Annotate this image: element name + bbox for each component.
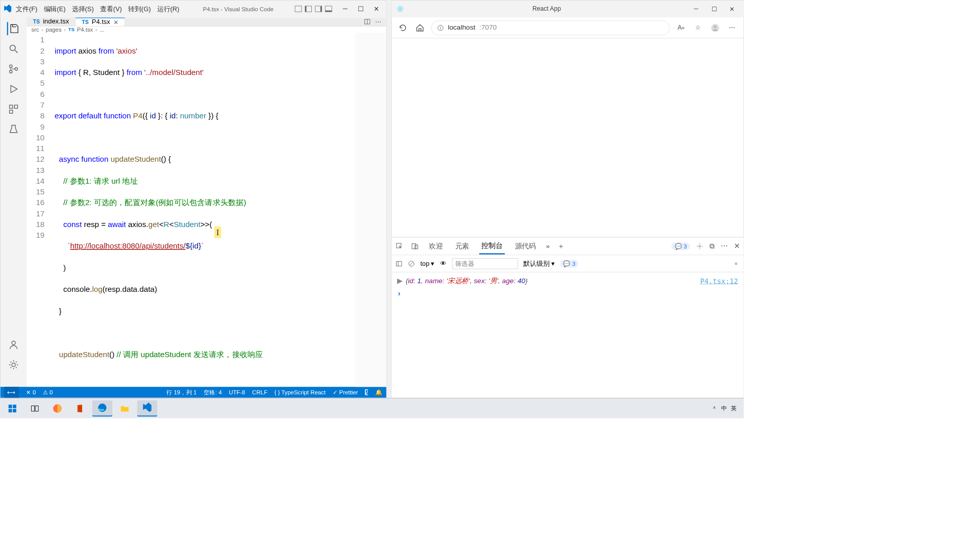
add-tab-icon[interactable]: ＋ xyxy=(557,241,565,251)
svg-rect-23 xyxy=(415,245,418,249)
menu-select[interactable]: 选择(S) xyxy=(69,3,96,15)
home-icon[interactable] xyxy=(414,22,426,34)
code-content[interactable]: import axios from 'axios' import { R, St… xyxy=(52,33,386,387)
live-expression-icon[interactable]: 👁 xyxy=(440,260,447,267)
cursor-position[interactable]: 行 19，列 1 xyxy=(166,389,197,396)
firefox-icon[interactable] xyxy=(47,400,67,416)
line-gutter: 12345678910111213141516171819 xyxy=(27,33,52,387)
console-log-line[interactable]: ▶ {id: 1, name: '宋远桥', sex: '男', age: 40… xyxy=(397,274,738,287)
address-bar[interactable]: localhost:7070 xyxy=(431,20,670,35)
minimap[interactable] xyxy=(355,33,386,387)
more-tabs-icon[interactable]: » xyxy=(546,242,550,250)
tray-chevron-icon[interactable]: ＾ xyxy=(712,405,717,412)
issues-badge-2[interactable]: 💬 3 xyxy=(560,260,578,267)
menu-view[interactable]: 查看(V) xyxy=(97,3,124,15)
svg-line-1 xyxy=(15,50,17,53)
favorites-icon[interactable]: ☆ xyxy=(692,22,704,34)
maximize-button[interactable]: ☐ xyxy=(354,4,368,14)
more-actions-icon[interactable]: ⋯ xyxy=(375,18,381,25)
remote-indicator[interactable]: ⟷ xyxy=(4,387,19,397)
context-dropdown[interactable]: top ▾ xyxy=(421,260,435,268)
tab-console[interactable]: 控制台 xyxy=(479,238,505,255)
prettier-status[interactable]: ✓ Prettier xyxy=(333,389,358,396)
layout-toggles[interactable] xyxy=(295,6,332,12)
devtools-settings-icon[interactable] xyxy=(696,243,703,250)
source-control-icon[interactable] xyxy=(7,62,20,76)
ts-file-icon: TS xyxy=(82,19,89,25)
tab-welcome[interactable]: 欢迎 xyxy=(427,238,445,254)
console-settings-icon[interactable] xyxy=(732,260,740,267)
menu-goto[interactable]: 转到(G) xyxy=(126,3,153,15)
source-link[interactable]: P4.tsx:12 xyxy=(700,277,738,285)
vscode-logo-icon xyxy=(4,5,12,13)
search-icon[interactable] xyxy=(7,42,20,56)
minimize-button[interactable]: ─ xyxy=(689,4,703,14)
refresh-icon[interactable] xyxy=(397,22,409,34)
inspect-icon[interactable] xyxy=(396,242,403,250)
bell-icon[interactable]: 🔔 xyxy=(375,389,382,396)
menu-edit[interactable]: 编辑(E) xyxy=(41,3,68,15)
reader-icon[interactable]: A» xyxy=(675,22,687,34)
office-icon[interactable] xyxy=(70,400,90,416)
profile-icon[interactable] xyxy=(709,22,721,34)
close-devtools-icon[interactable]: ✕ xyxy=(734,242,740,251)
eol[interactable]: CRLF xyxy=(252,389,267,395)
task-view-icon[interactable] xyxy=(25,400,45,416)
close-tab-icon[interactable]: ✕ xyxy=(113,18,118,26)
console-prompt-icon[interactable]: › xyxy=(397,289,401,297)
log-level-dropdown[interactable]: 默认级别 ▾ xyxy=(523,259,554,268)
vscode-taskbar-icon[interactable] xyxy=(137,400,157,416)
expand-icon[interactable]: ▶ xyxy=(397,277,403,285)
file-explorer-icon[interactable] xyxy=(115,400,135,416)
console-output[interactable]: ▶ {id: 1, name: '宋远桥', sex: '男', age: 40… xyxy=(391,272,743,398)
tab-label: index.tsx xyxy=(43,18,69,26)
encoding[interactable]: UTF-8 xyxy=(229,389,245,395)
close-button[interactable]: ✕ xyxy=(369,4,383,14)
error-count[interactable]: ✕ 0 xyxy=(26,389,36,396)
issues-badge[interactable]: 💬 3 xyxy=(672,242,690,250)
minimize-button[interactable]: ─ xyxy=(338,4,352,14)
settings-icon[interactable] xyxy=(7,358,20,371)
feedback-icon[interactable]: 🯁 xyxy=(365,389,368,395)
chevron-right-icon: › xyxy=(95,27,97,33)
maximize-button[interactable]: ☐ xyxy=(707,4,721,14)
extensions-icon[interactable] xyxy=(7,103,20,116)
menu-file[interactable]: 文件(F) xyxy=(14,3,40,15)
warning-count[interactable]: ⚠ 0 xyxy=(43,389,53,396)
ime-indicator-2[interactable]: 英 xyxy=(731,405,737,412)
run-debug-icon[interactable] xyxy=(7,83,20,96)
tab-p4-tsx[interactable]: TS P4.tsx ✕ xyxy=(76,17,125,26)
filter-input[interactable] xyxy=(452,258,518,269)
devtools-more-icon[interactable]: ⋯ xyxy=(721,242,728,251)
svg-rect-35 xyxy=(35,406,38,411)
crumb-pages[interactable]: pages xyxy=(46,27,62,33)
start-button[interactable] xyxy=(3,400,22,416)
crumb-src[interactable]: src xyxy=(31,27,39,33)
ime-indicator-1[interactable]: 中 xyxy=(721,405,727,412)
sidebar-toggle-icon[interactable] xyxy=(396,260,403,267)
info-icon[interactable] xyxy=(437,24,444,31)
chevron-right-icon: › xyxy=(41,27,43,33)
dock-icon[interactable]: ⧉ xyxy=(709,242,715,250)
tab-sources[interactable]: 源代码 xyxy=(512,238,538,254)
explorer-icon[interactable] xyxy=(7,22,20,35)
language-mode[interactable]: { } TypeScript React xyxy=(275,389,326,395)
crumb-file[interactable]: P4.tsx xyxy=(77,27,93,33)
tab-index-tsx[interactable]: TS index.tsx xyxy=(27,17,76,26)
crumb-symbol[interactable]: ... xyxy=(100,27,104,33)
tab-elements[interactable]: 元素 xyxy=(453,238,471,254)
menu-run[interactable]: 运行(R) xyxy=(155,3,182,15)
edge-icon[interactable] xyxy=(92,400,112,416)
more-icon[interactable]: ⋯ xyxy=(726,22,738,34)
device-icon[interactable] xyxy=(411,242,419,250)
indentation[interactable]: 空格: 4 xyxy=(204,389,222,396)
test-icon[interactable] xyxy=(7,123,20,136)
svg-point-8 xyxy=(12,341,15,344)
accounts-icon[interactable] xyxy=(7,338,20,352)
clear-console-icon[interactable] xyxy=(408,260,415,267)
split-editor-icon[interactable] xyxy=(364,18,371,26)
svg-point-0 xyxy=(10,45,15,51)
close-button[interactable]: ✕ xyxy=(725,4,739,14)
code-editor[interactable]: 12345678910111213141516171819 import axi… xyxy=(27,33,386,387)
breadcrumb[interactable]: src › pages › TS P4.tsx › ... xyxy=(27,27,386,33)
